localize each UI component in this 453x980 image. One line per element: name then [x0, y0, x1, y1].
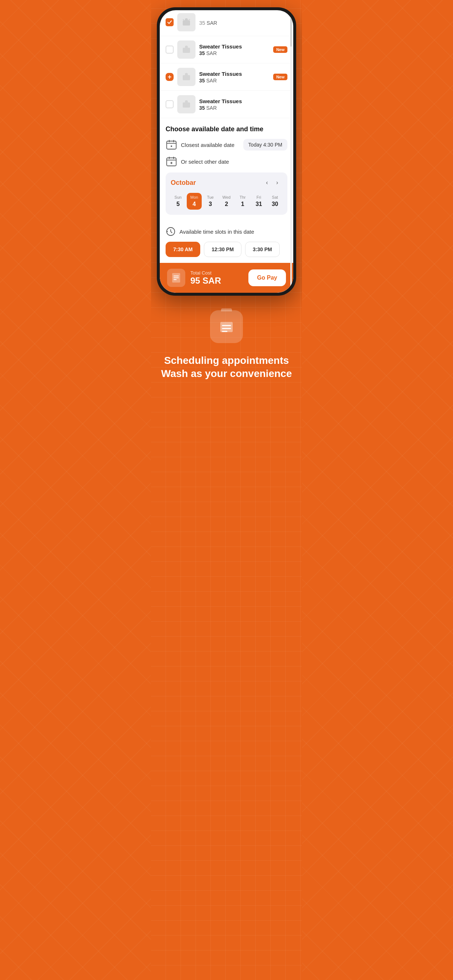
product-name-1: Sweater Tissues [199, 43, 270, 49]
product-info-3: Sweater Tissues 35 SAR [199, 98, 287, 111]
closest-date-row: Closest available date Today 4:30 PM [166, 139, 287, 151]
svg-point-7 [185, 100, 188, 103]
svg-rect-27 [220, 322, 233, 332]
calendar-prev-btn[interactable]: ‹ [262, 178, 272, 188]
time-slot-12-30-PM[interactable]: 12:30 PM [204, 242, 241, 257]
calendar-add-icon [166, 156, 177, 167]
product-item-1: Sweater Tissues 35 SAR New [160, 36, 293, 64]
product-image-2 [177, 68, 196, 86]
tagline-line1: Scheduling appointments [160, 354, 293, 367]
date-section: Choose available date and time [160, 118, 293, 226]
product-item-2: + Sweater Tissues 35 SAR [160, 64, 293, 91]
calendar-day-3[interactable]: Tue 3 [203, 193, 218, 210]
products-list: Sweater Tissues 35 SAR New + [160, 36, 293, 118]
section-title: Choose available date and time [166, 126, 287, 133]
svg-rect-8 [167, 141, 176, 149]
calendar-day-1[interactable]: Thr 1 [235, 193, 250, 210]
go-pay-button[interactable]: Go Pay [248, 269, 286, 286]
svg-line-21 [171, 232, 172, 233]
product-item-top: 35 SAR [160, 10, 293, 36]
svg-rect-4 [183, 75, 190, 80]
time-slot-7-30-AM[interactable]: 7:30 AM [166, 242, 200, 257]
svg-rect-0 [183, 21, 190, 25]
tagline-line2: Wash as your convenience [160, 367, 293, 380]
product-item-3: Sweater Tissues 35 SAR [160, 91, 293, 118]
calendar-widget: Octobar ‹ › Sun 5 Mon 4 Tue 3 Wed [166, 172, 287, 215]
product-price-2: 35 SAR [199, 78, 270, 83]
svg-point-5 [185, 73, 188, 76]
product-info-top: 35 SAR [199, 19, 287, 26]
calendar-days: Sun 5 Mon 4 Tue 3 Wed 2 Thr 1 Fri 31 Sat… [171, 193, 282, 210]
svg-rect-6 [183, 102, 190, 108]
svg-point-1 [185, 18, 188, 21]
product-checkbox-top[interactable] [166, 18, 174, 26]
product-add-btn-2[interactable]: + [166, 73, 174, 81]
promo-section: Scheduling appointments Wash as your con… [151, 296, 302, 402]
calendar-day-31[interactable]: Fri 31 [251, 193, 266, 210]
total-cost-label: Total Cost [190, 270, 243, 275]
time-slots-label: Available time slots in this date [179, 229, 254, 235]
tagline: Scheduling appointments Wash as your con… [160, 354, 293, 380]
product-image-1 [177, 40, 196, 59]
product-price-3: 35 SAR [199, 105, 287, 111]
svg-point-12 [171, 145, 172, 147]
receipt-icon-wrap [167, 269, 185, 287]
product-name-2: Sweater Tissues [199, 71, 270, 77]
bottom-bar-text: Total Cost 95 SAR [190, 270, 243, 286]
app-icon-large [210, 310, 243, 343]
product-name-3: Sweater Tissues [199, 98, 287, 104]
product-image-3 [177, 95, 196, 113]
product-info-1: Sweater Tissues 35 SAR [199, 43, 270, 56]
or-select-row: Or select other date [166, 156, 287, 167]
calendar-day-5[interactable]: Sun 5 [171, 193, 185, 210]
time-icon [166, 226, 176, 237]
svg-rect-2 [183, 48, 190, 53]
product-price-1: 35 SAR [199, 50, 270, 56]
closest-date-value[interactable]: Today 4:30 PM [243, 139, 287, 151]
time-slot-3-30-PM[interactable]: 3:30 PM [245, 242, 280, 257]
bottom-bar: Total Cost 95 SAR Go Pay [160, 263, 293, 293]
calendar-day-4[interactable]: Mon 4 [187, 193, 201, 210]
product-info-2: Sweater Tissues 35 SAR [199, 71, 270, 83]
product-price-top: 35 SAR [199, 20, 287, 26]
badge-new-2: New [273, 74, 287, 80]
badge-new-1: New [273, 46, 287, 53]
calendar-day-30[interactable]: Sat 30 [268, 193, 282, 210]
or-select-label[interactable]: Or select other date [181, 159, 229, 165]
time-header-row: Available time slots in this date [166, 226, 287, 237]
calendar-day-2[interactable]: Wed 2 [219, 193, 234, 210]
calendar-next-btn[interactable]: › [272, 178, 282, 188]
calendar-month: Octobar [171, 179, 262, 187]
time-slots-container: 7:30 AM12:30 PM3:30 PM [166, 242, 287, 257]
product-checkbox-3[interactable] [166, 100, 174, 108]
svg-point-3 [185, 46, 188, 48]
calendar-icon [166, 139, 177, 151]
product-image-top [177, 13, 196, 31]
product-checkbox-1[interactable] [166, 46, 174, 54]
calendar-header: Octobar ‹ › [171, 178, 282, 188]
total-cost-value: 95 SAR [190, 275, 243, 286]
closest-date-label: Closest available date [181, 142, 239, 148]
time-section: Available time slots in this date 7:30 A… [160, 226, 293, 263]
